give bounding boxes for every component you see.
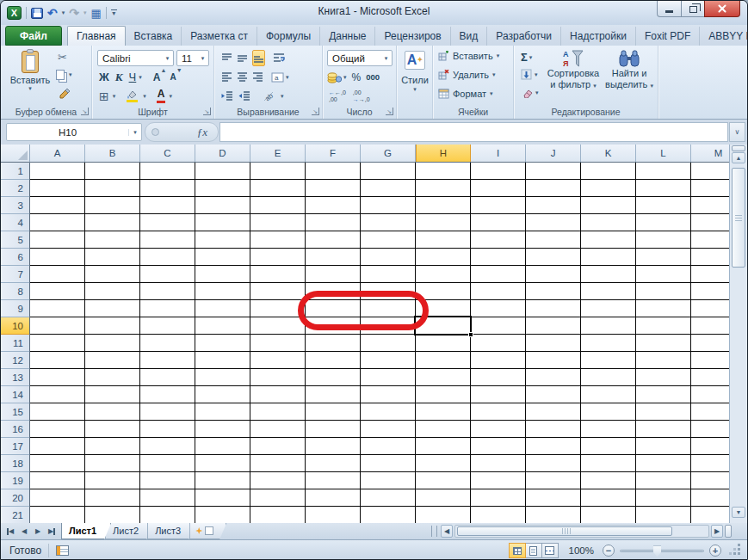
font-color-dropdown-icon[interactable]: ▾	[169, 93, 172, 100]
row-header-17[interactable]: 17	[1, 438, 29, 455]
paste-button[interactable]: Вставить ▾	[8, 51, 53, 92]
alignment-dialog-launcher-icon[interactable]	[312, 108, 319, 115]
merge-center-button[interactable]: a	[271, 69, 284, 85]
clipboard-dialog-launcher-icon[interactable]	[81, 108, 89, 115]
fill-color-dropdown-icon[interactable]: ▾	[143, 93, 146, 100]
expand-formula-bar-icon[interactable]: ∨	[729, 122, 745, 142]
find-select-button[interactable]: Найти и выделить ▾	[603, 49, 655, 89]
wrap-text-button[interactable]	[273, 50, 285, 66]
scroll-left-icon[interactable]: ◀	[441, 525, 453, 538]
row-header-12[interactable]: 12	[1, 352, 29, 369]
ribbon-tab-рецензиров[interactable]: Рецензиров	[375, 27, 450, 46]
name-box[interactable]: H10 ▾	[6, 123, 142, 141]
row-header-19[interactable]: 19	[1, 472, 29, 489]
orientation-button[interactable]: ab	[263, 88, 275, 104]
insert-function-icon[interactable]: ƒx	[197, 126, 207, 139]
decrease-decimal-button[interactable]: ,00→→,0	[353, 88, 370, 104]
sheet-tab-лист3[interactable]: Лист3	[147, 523, 195, 539]
copy-dropdown-icon[interactable]: ▾	[69, 71, 72, 78]
ribbon-tab-foxit pdf[interactable]: Foxit PDF	[636, 27, 700, 46]
scroll-down-icon[interactable]: ▼	[732, 507, 745, 518]
increase-decimal-button[interactable]: ←←,0,00	[329, 88, 346, 104]
tab-scrollbar-splitter[interactable]	[431, 526, 437, 537]
borders-dropdown-icon[interactable]: ▾	[113, 93, 116, 100]
align-middle-button[interactable]	[237, 50, 248, 66]
accounting-dropdown-icon[interactable]: ▾	[343, 74, 347, 81]
row-header-8[interactable]: 8	[1, 283, 29, 300]
page-layout-view-button[interactable]	[525, 543, 542, 558]
delete-cells-button[interactable]: Удалить▾	[438, 70, 496, 80]
autosum-button[interactable]: Σ▾	[521, 51, 532, 64]
align-top-button[interactable]	[221, 50, 232, 66]
column-header-M[interactable]: M	[691, 145, 729, 162]
column-header-A[interactable]: A	[30, 145, 85, 162]
zoom-slider[interactable]	[620, 550, 704, 552]
first-sheet-icon[interactable]: ◀	[4, 526, 16, 538]
align-bottom-button[interactable]	[252, 50, 265, 66]
sheet-tab-лист1[interactable]: Лист1	[61, 523, 111, 539]
row-header-13[interactable]: 13	[1, 369, 29, 386]
comma-style-button[interactable]: 000	[366, 69, 380, 85]
minimize-button[interactable]	[657, 1, 682, 17]
vertical-scrollbar[interactable]: ▲ ▼	[729, 145, 746, 523]
row-header-16[interactable]: 16	[1, 421, 29, 438]
accounting-format-button[interactable]	[327, 69, 342, 85]
row-header-18[interactable]: 18	[1, 455, 29, 472]
column-header-E[interactable]: E	[250, 145, 306, 162]
row-header-9[interactable]: 9	[1, 300, 29, 317]
column-header-J[interactable]: J	[526, 145, 581, 162]
number-format-select[interactable]: Общий▾	[327, 50, 393, 66]
horizontal-scroll-thumb[interactable]	[457, 526, 672, 536]
percent-style-button[interactable]: %	[352, 69, 362, 85]
sort-filter-button[interactable]: А Я Сортировка и фильтр ▾	[545, 49, 602, 89]
grow-font-button[interactable]: А▲	[153, 69, 161, 85]
styles-dropdown-icon[interactable]: ▾	[413, 86, 417, 93]
fill-color-button[interactable]	[126, 89, 139, 102]
sheet-tab-лист2[interactable]: Лист2	[105, 523, 153, 539]
column-header-L[interactable]: L	[636, 145, 691, 162]
row-header-11[interactable]: 11	[1, 335, 29, 352]
row-header-5[interactable]: 5	[1, 231, 29, 249]
prev-sheet-icon[interactable]: ◀	[18, 526, 30, 538]
underline-button[interactable]: Ч	[129, 69, 137, 85]
zoom-in-button[interactable]: +	[709, 545, 721, 557]
row-header-2[interactable]: 2	[1, 180, 29, 197]
column-header-D[interactable]: D	[195, 145, 250, 162]
ribbon-tab-надстройки[interactable]: Надстройки	[561, 27, 636, 46]
row-header-10[interactable]: 10	[1, 317, 29, 335]
column-header-K[interactable]: K	[581, 145, 636, 162]
row-header-1[interactable]: 1	[1, 163, 29, 180]
cut-button[interactable]: ✂	[58, 51, 67, 64]
merge-dropdown-icon[interactable]: ▾	[286, 74, 289, 81]
formula-input[interactable]	[219, 122, 728, 142]
horizontal-split-handle[interactable]	[725, 525, 732, 538]
horizontal-scrollbar[interactable]	[454, 525, 709, 538]
row-header-15[interactable]: 15	[1, 403, 29, 421]
ribbon-tab-разработчи[interactable]: Разработчи	[487, 27, 561, 46]
row-header-7[interactable]: 7	[1, 266, 29, 283]
zoom-out-button[interactable]: −	[603, 545, 615, 557]
font-size-select[interactable]: 11▾	[176, 50, 209, 66]
row-header-4[interactable]: 4	[1, 214, 29, 231]
next-sheet-icon[interactable]: ▶	[32, 526, 44, 538]
fill-button[interactable]: ▾	[521, 69, 538, 80]
row-header-6[interactable]: 6	[1, 249, 29, 266]
page-break-view-button[interactable]	[541, 543, 559, 558]
restore-button[interactable]	[681, 1, 705, 17]
cells-area[interactable]	[30, 163, 729, 523]
row-header-20[interactable]: 20	[1, 489, 29, 507]
align-center-button[interactable]	[237, 69, 248, 85]
paste-dropdown-icon[interactable]: ▾	[28, 85, 32, 92]
vertical-scroll-thumb[interactable]	[732, 168, 745, 268]
clear-button[interactable]: ▾	[521, 88, 539, 98]
vertical-split-handle[interactable]	[732, 145, 745, 151]
ribbon-tab-разметка ст[interactable]: Разметка ст	[182, 27, 257, 46]
shrink-font-button[interactable]: А▼	[170, 69, 176, 85]
align-left-button[interactable]	[221, 69, 232, 85]
underline-dropdown-icon[interactable]: ▾	[139, 74, 142, 81]
ribbon-tab-главная[interactable]: Главная	[67, 26, 126, 46]
resize-grip[interactable]	[730, 545, 742, 557]
close-button[interactable]	[704, 1, 740, 17]
font-dialog-launcher-icon[interactable]	[203, 108, 211, 115]
fill-handle[interactable]	[468, 332, 473, 337]
